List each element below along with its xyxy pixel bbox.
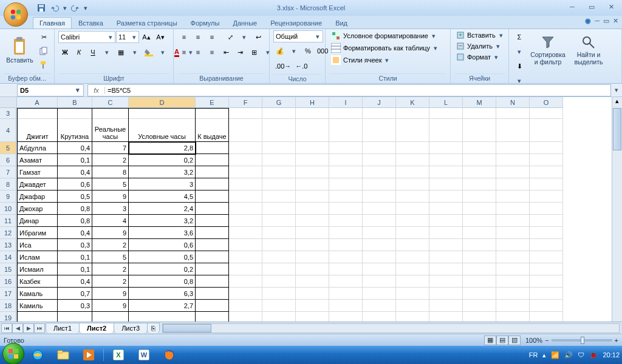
cell-N19[interactable] (496, 312, 530, 322)
cell-B8[interactable]: 0,6 (58, 178, 92, 190)
conditional-formatting-button[interactable]: Условное форматирование▾ (329, 30, 439, 41)
cell-C12[interactable]: 9 (92, 227, 129, 239)
cell-K3[interactable] (396, 108, 429, 119)
cell-F5[interactable] (229, 142, 262, 154)
cell-B5[interactable]: 0,4 (58, 142, 92, 154)
shrink-font-icon[interactable]: A▾ (154, 30, 167, 44)
spreadsheet-grid[interactable]: ABCDEFGHIJKLMNO 345678910111213141516171… (0, 97, 622, 322)
cell-J6[interactable] (363, 154, 396, 166)
cell-D13[interactable]: 0,6 (129, 239, 196, 251)
cell-I7[interactable] (329, 166, 363, 178)
cell-G7[interactable] (262, 166, 296, 178)
doc-minimize-button[interactable]: ─ (595, 17, 600, 25)
cell-J12[interactable] (363, 227, 396, 239)
cell-O17[interactable] (530, 288, 563, 300)
row-header-16[interactable]: 16 (0, 275, 16, 288)
cell-A16[interactable]: Казбек (17, 275, 58, 288)
sheet-nav-next-icon[interactable]: ▶ (23, 323, 34, 333)
cell-C4[interactable]: Реальные часы (92, 108, 129, 142)
cell-C5[interactable]: 7 (92, 142, 129, 154)
cell-K10[interactable] (396, 203, 429, 215)
bold-button[interactable]: Ж (58, 46, 72, 59)
cell-O16[interactable] (530, 275, 563, 288)
cell-A15[interactable]: Исмаил (17, 263, 58, 275)
font-name-combo[interactable]: ▾ (58, 31, 115, 43)
cell-A12[interactable]: Ибрагим (17, 227, 58, 239)
help-icon[interactable]: ◉ (585, 17, 591, 25)
align-top-icon[interactable]: ≡ (177, 30, 191, 44)
expand-formula-bar-icon[interactable]: ▾ (611, 86, 622, 94)
col-header-F[interactable]: F (229, 97, 262, 108)
cell-G17[interactable] (262, 288, 296, 300)
cell-N15[interactable] (496, 263, 530, 275)
cell-C7[interactable]: 8 (92, 166, 129, 178)
fill-icon[interactable]: ⬇ (513, 59, 526, 73)
cell-D14[interactable]: 0,5 (129, 251, 196, 263)
cell-O19[interactable] (530, 312, 563, 322)
cell-A14[interactable]: Ислам (17, 251, 58, 263)
cell-N16[interactable] (496, 275, 530, 288)
cell-L15[interactable] (429, 263, 463, 275)
cell-E8[interactable] (196, 178, 229, 190)
tray-security-icon[interactable]: 🛡 (578, 351, 584, 359)
cell-B4[interactable]: Крутизна (58, 108, 92, 142)
row-header-15[interactable]: 15 (0, 263, 16, 275)
cell-I19[interactable] (329, 312, 363, 322)
cell-J10[interactable] (363, 203, 396, 215)
cell-K15[interactable] (396, 263, 429, 275)
cell-A18[interactable]: Камиль (17, 300, 58, 312)
cell-M19[interactable] (463, 312, 496, 322)
cell-I5[interactable] (329, 142, 363, 154)
row-header-19[interactable]: 19 (0, 312, 16, 322)
cell-H9[interactable] (296, 190, 329, 203)
cell-K6[interactable] (396, 154, 429, 166)
cell-H8[interactable] (296, 178, 329, 190)
cell-C17[interactable]: 9 (92, 288, 129, 300)
cell-L3[interactable] (429, 108, 463, 119)
cell-I8[interactable] (329, 178, 363, 190)
cell-M5[interactable] (463, 142, 496, 154)
cell-C8[interactable]: 5 (92, 178, 129, 190)
cell-O8[interactable] (530, 178, 563, 190)
cell-K12[interactable] (396, 227, 429, 239)
cell-N4[interactable] (496, 119, 530, 142)
cell-D9[interactable]: 4,5 (129, 190, 196, 203)
cell-D4[interactable]: Условные часы (129, 108, 196, 142)
cell-K11[interactable] (396, 215, 429, 227)
cell-C15[interactable]: 2 (92, 263, 129, 275)
ribbon-tab-0[interactable]: Главная (33, 17, 72, 29)
page-break-view-icon[interactable]: ▧ (508, 335, 521, 345)
cell-F7[interactable] (229, 166, 262, 178)
sheet-nav-first-icon[interactable]: ⏮ (1, 323, 12, 333)
zoom-out-icon[interactable]: − (545, 337, 549, 344)
fill-color-icon[interactable] (142, 46, 156, 59)
cell-J18[interactable] (363, 300, 396, 312)
cell-K7[interactable] (396, 166, 429, 178)
cell-M6[interactable] (463, 154, 496, 166)
cell-D6[interactable]: 0,2 (129, 154, 196, 166)
cell-N12[interactable] (496, 227, 530, 239)
cell-K16[interactable] (396, 275, 429, 288)
cell-E10[interactable] (196, 203, 229, 215)
cell-K4[interactable] (396, 119, 429, 142)
minimize-button[interactable]: ─ (565, 2, 579, 11)
cell-H16[interactable] (296, 275, 329, 288)
cell-E14[interactable] (196, 251, 229, 263)
row-header-3[interactable]: 3 (0, 108, 16, 119)
row-header-4[interactable]: 4 (0, 119, 16, 142)
horizontal-scrollbar[interactable] (162, 323, 620, 333)
sheet-tab-1[interactable]: Лист2 (79, 323, 114, 333)
align-right-icon[interactable]: ≡ (205, 46, 219, 59)
col-header-B[interactable]: B (58, 97, 92, 108)
cell-A13[interactable]: Иса (17, 239, 58, 251)
cell-G16[interactable] (262, 275, 296, 288)
cell-N11[interactable] (496, 215, 530, 227)
cell-L4[interactable] (429, 119, 463, 142)
cell-O14[interactable] (530, 251, 563, 263)
cell-O5[interactable] (530, 142, 563, 154)
cell-D19[interactable] (129, 312, 196, 322)
cell-N6[interactable] (496, 154, 530, 166)
cell-H10[interactable] (296, 203, 329, 215)
cell-O11[interactable] (530, 215, 563, 227)
merge-icon[interactable]: ⊞ (247, 46, 261, 59)
